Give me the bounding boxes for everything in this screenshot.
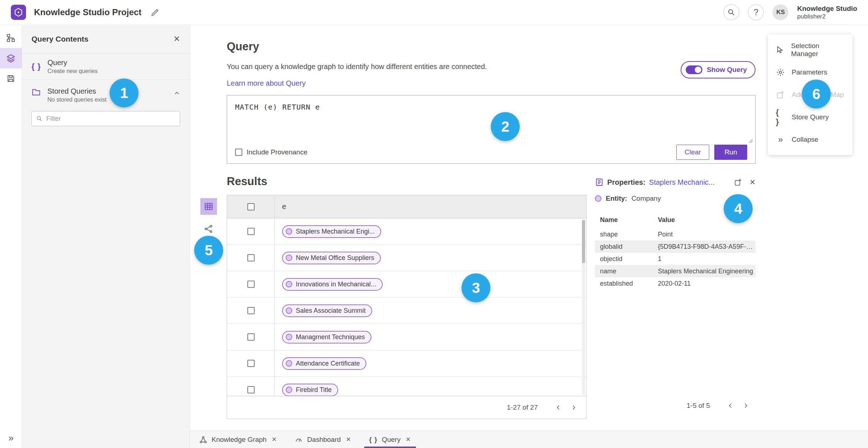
menu-item-label: Selection Manager <box>791 42 844 58</box>
tab-label: Dashboard <box>307 436 341 444</box>
entity-pill[interactable]: Sales Associate Summit <box>282 304 372 317</box>
scrollbar-track[interactable] <box>582 219 585 395</box>
close-properties-icon[interactable]: ✕ <box>749 178 756 187</box>
save-button[interactable] <box>0 68 22 89</box>
property-name: objectid <box>600 255 658 263</box>
sidebar-item-stored-queries[interactable]: Stored Queries No stored queries exist <box>22 80 190 105</box>
previous-page-button[interactable] <box>551 400 566 415</box>
expand-strip-button[interactable]: » <box>0 432 22 444</box>
table-row: Firebird Title <box>227 377 586 396</box>
menu-item-store-query[interactable]: { }Store Query <box>768 106 852 128</box>
entity-pill[interactable]: Managment Techniques <box>282 331 371 344</box>
app-logo[interactable] <box>11 5 26 20</box>
pagination-label: 1-5 of 5 <box>687 402 710 410</box>
left-icon-strip: » <box>0 25 22 448</box>
sidebar-item-query[interactable]: { } Query Create new queries <box>22 54 190 80</box>
scrollbar-thumb[interactable] <box>582 220 585 263</box>
entity-pill[interactable]: Firebird Title <box>282 384 338 396</box>
chevron-up-icon[interactable] <box>174 90 180 97</box>
table-view-button[interactable] <box>200 198 217 215</box>
menu-item-label: Parameters <box>792 68 827 76</box>
entity-label: Entity: <box>606 195 627 202</box>
query-contents-panel: Query Contents ✕ { } Query Create new qu… <box>22 25 190 448</box>
results-table: e Staplers Mechanical Engi...New Metal O… <box>227 195 587 419</box>
next-page-button[interactable] <box>738 398 753 413</box>
row-checkbox[interactable] <box>247 307 255 314</box>
property-row: objectid1 <box>595 253 756 265</box>
gear-icon <box>776 68 785 77</box>
tab-close-icon[interactable]: ✕ <box>346 436 351 443</box>
toggle-switch <box>686 65 702 74</box>
row-checkbox[interactable] <box>247 228 255 235</box>
user-avatar[interactable]: KS <box>773 4 788 20</box>
properties-entity-link[interactable]: Staplers Mechanic... <box>649 178 715 187</box>
add-to-selection-button[interactable] <box>734 178 742 186</box>
search-button[interactable] <box>723 4 739 20</box>
table-row: Attendance Certificate <box>227 350 586 377</box>
include-provenance-label: Include Provenance <box>247 148 307 156</box>
row-checkbox[interactable] <box>247 281 255 288</box>
bottom-tab-bar: Knowledge Graph✕Dashboard✕{ }Query✕ <box>190 431 868 448</box>
stored-queries-sublabel: No stored queries exist <box>47 97 107 103</box>
pagination-label: 1-27 of 27 <box>507 404 538 411</box>
tab-query[interactable]: { }Query✕ <box>363 431 417 448</box>
learn-more-link[interactable]: Learn more about Query <box>227 79 306 88</box>
menu-item-collapse[interactable]: »Collapse <box>768 128 852 151</box>
run-button[interactable]: Run <box>714 145 747 160</box>
panel-title: Query Contents <box>31 35 89 43</box>
menu-item-parameters[interactable]: Parameters <box>768 61 852 84</box>
edit-title-button[interactable] <box>151 8 159 17</box>
filter-input[interactable] <box>46 115 175 123</box>
row-checkbox[interactable] <box>247 254 255 261</box>
row-checkbox[interactable] <box>247 360 255 367</box>
next-page-button[interactable] <box>566 400 581 415</box>
layers-view-button[interactable] <box>0 48 22 68</box>
menu-item-selection-manager[interactable]: Selection Manager <box>768 39 852 61</box>
select-all-checkbox[interactable] <box>247 203 255 210</box>
main-area: Query You can query a knowledge graph to… <box>190 25 868 431</box>
properties-pagination: 1-5 of 5 <box>595 398 756 413</box>
table-row: Staplers Mechanical Engi... <box>227 218 586 245</box>
entity-pill[interactable]: Attendance Certificate <box>282 357 366 370</box>
user-name: Knowledge Studio <box>797 4 857 13</box>
property-value: 2020-02-11 <box>658 280 756 287</box>
entity-pill-label: Managment Techniques <box>296 333 365 341</box>
hexagon-logo-icon <box>14 8 23 17</box>
show-query-toggle[interactable]: Show Query <box>681 61 756 78</box>
entity-pill[interactable]: Staplers Mechanical Engi... <box>282 225 381 238</box>
save-icon <box>7 74 15 83</box>
menu-item-label: Collapse <box>792 136 818 144</box>
include-provenance-checkbox[interactable]: Include Provenance <box>235 148 307 156</box>
entity-icon <box>286 228 292 235</box>
entity-pill[interactable]: Innovations in Mechanical... <box>282 278 383 291</box>
query-item-label: Query <box>47 59 98 67</box>
dashboard-icon <box>295 436 303 444</box>
table-row: Sales Associate Summit <box>227 298 586 324</box>
question-mark-icon: ? <box>754 8 758 17</box>
entity-pill[interactable]: New Metal Office Suppliers <box>282 252 381 264</box>
graph-view-button[interactable] <box>200 221 217 237</box>
pencil-icon <box>151 8 159 17</box>
clear-button[interactable]: Clear <box>676 145 709 160</box>
tab-dashboard[interactable]: Dashboard✕ <box>288 431 357 448</box>
hierarchy-view-button[interactable] <box>0 28 22 48</box>
step-badge-5: 5 <box>194 236 223 265</box>
braces-icon: { } <box>31 62 41 71</box>
close-panel-icon[interactable]: ✕ <box>174 34 180 44</box>
add-to-map-icon <box>734 178 742 186</box>
row-checkbox[interactable] <box>247 333 255 341</box>
help-button[interactable]: ? <box>748 4 764 20</box>
row-checkbox[interactable] <box>247 386 255 393</box>
link-chart-icon <box>204 224 213 234</box>
property-name: globalid <box>600 243 658 251</box>
results-table-header: e <box>227 195 586 218</box>
step-badge-2: 2 <box>491 112 520 141</box>
previous-page-button[interactable] <box>723 398 738 413</box>
tab-label: Query <box>382 436 401 444</box>
tab-knowledge-graph[interactable]: Knowledge Graph✕ <box>193 431 283 448</box>
tab-close-icon[interactable]: ✕ <box>405 436 410 443</box>
entity-value: Company <box>631 195 661 202</box>
property-value: Point <box>658 231 756 238</box>
layers-icon <box>6 54 16 63</box>
tab-close-icon[interactable]: ✕ <box>272 436 277 443</box>
